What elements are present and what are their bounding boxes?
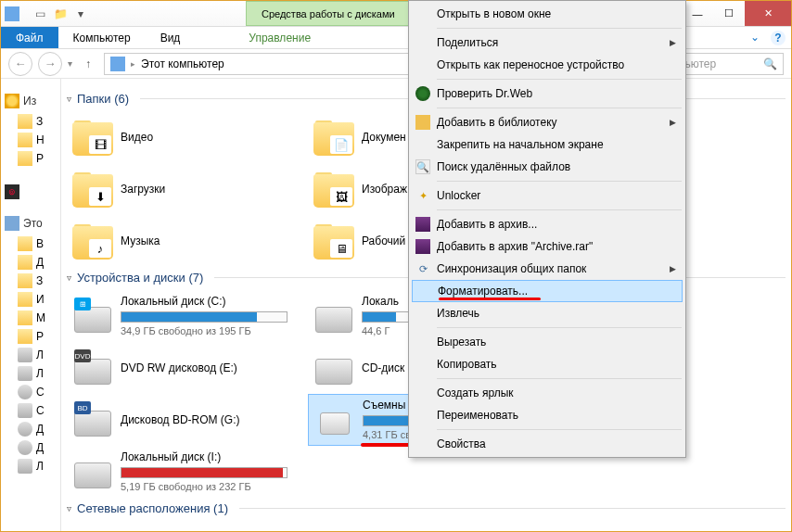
windows-icon: ⊞ — [74, 298, 91, 310]
app-icon — [5, 6, 19, 21]
desktop-icon: 🖥 — [330, 239, 352, 258]
annotation-underline — [439, 298, 541, 300]
submenu-arrow-icon: ▶ — [670, 264, 676, 273]
context-menu-item[interactable]: ⟳Синхронизация общих папок▶ — [411, 258, 683, 280]
up-button[interactable]: ↑ — [78, 54, 98, 74]
sidebar-item[interactable]: З — [5, 112, 57, 131]
maximize-button[interactable]: ☐ — [713, 1, 745, 26]
sidebar-item[interactable]: Д — [5, 253, 57, 272]
context-menu-item[interactable]: Закрепить на начальном экране — [411, 133, 683, 156]
context-menu-item[interactable]: ✦Unlocker — [411, 184, 683, 207]
tab-view[interactable]: Вид — [146, 27, 196, 48]
folder-tile[interactable]: ♪Музыка — [67, 215, 308, 267]
sidebar-item[interactable]: Д — [5, 438, 57, 457]
sidebar-item[interactable]: В — [5, 234, 57, 253]
context-menu-item[interactable]: Создать ярлык — [411, 382, 683, 404]
sidebar-item[interactable]: М — [5, 309, 57, 327]
context-menu-item[interactable]: Вырезать — [411, 331, 683, 353]
ribbon-expand-icon[interactable]: ⌄ — [745, 27, 765, 48]
pc-icon — [110, 57, 125, 71]
qat-newfolder-icon[interactable]: 📁 — [51, 5, 70, 23]
qat-properties-icon[interactable]: ▭ — [31, 5, 49, 23]
thispc-icon — [5, 216, 19, 231]
lib-icon — [415, 115, 430, 130]
sidebar-item[interactable]: И — [5, 290, 57, 309]
sidebar: Из З Н Р ⊚ Это В Д З И М Р Л Л C С Д — [1, 79, 61, 531]
sidebar-item[interactable]: С — [5, 401, 57, 420]
sidebar-item[interactable]: Л — [5, 346, 57, 364]
sidebar-item[interactable]: Р — [5, 327, 57, 346]
close-button[interactable]: ✕ — [745, 1, 791, 26]
context-menu-item[interactable]: 🔍Поиск удалённых файлов — [411, 156, 683, 178]
unl-icon: ✦ — [415, 188, 430, 203]
sidebar-item[interactable]: Л — [5, 364, 57, 383]
context-menu-item[interactable]: Проверить Dr.Web — [411, 82, 683, 105]
context-menu-item[interactable]: Форматировать... — [412, 280, 683, 302]
drive-tile[interactable]: DVD DVD RW дисковод (E:) — [67, 342, 308, 394]
tab-file[interactable]: Файл — [1, 27, 58, 48]
group-header-network[interactable]: ▿Сетевые расположения (1) — [67, 501, 786, 515]
context-menu: Открыть в новом окнеПоделиться▶Открыть к… — [408, 0, 686, 458]
sidebar-item[interactable]: C — [5, 383, 57, 401]
folder-tile[interactable]: 🎞Видео — [67, 111, 308, 163]
submenu-arrow-icon: ▶ — [670, 118, 676, 127]
folder-tile[interactable]: ⬇Загрузки — [67, 163, 308, 215]
context-menu-item[interactable]: Переименовать — [411, 404, 683, 426]
cc-icon: ⊚ — [5, 184, 19, 199]
sidebar-item[interactable]: Н — [5, 131, 57, 149]
sidebar-item[interactable]: Р — [5, 149, 57, 168]
sidebar-item[interactable]: Д — [5, 420, 57, 438]
sidebar-item[interactable]: Л — [5, 457, 57, 475]
favorites-icon — [5, 94, 19, 108]
context-menu-item[interactable]: Извлечь — [411, 302, 683, 324]
history-dropdown-icon[interactable]: ▾ — [68, 58, 72, 69]
search-icon: 🔍 — [763, 57, 777, 70]
drive-tile[interactable]: Локальный диск (I:)5,19 ГБ свободно из 2… — [67, 446, 308, 498]
search-input[interactable]: пьютер 🔍 — [672, 53, 784, 75]
minimize-button[interactable]: — — [682, 1, 713, 26]
drive-tile[interactable]: BD Дисковод BD-ROM (G:) — [67, 394, 308, 446]
forward-button[interactable]: → — [38, 52, 62, 76]
sd-icon — [320, 412, 350, 435]
bd-badge-icon: BD — [74, 401, 91, 414]
contextual-tab-label: Средства работы с дисками — [246, 1, 411, 26]
dvd-badge-icon: DVD — [74, 349, 91, 362]
context-menu-item[interactable]: Добавить в архив... — [411, 213, 683, 235]
image-icon: 🖼 — [330, 187, 352, 206]
sync-icon: ⟳ — [415, 261, 430, 276]
back-button[interactable]: ← — [8, 52, 32, 76]
film-icon: 🎞 — [89, 135, 111, 154]
search-icon: 🔍 — [415, 159, 430, 174]
music-icon: ♪ — [89, 239, 111, 258]
context-menu-item[interactable]: Копировать — [411, 353, 683, 375]
submenu-arrow-icon: ▶ — [670, 38, 676, 47]
context-menu-item[interactable]: Поделиться▶ — [411, 32, 683, 54]
context-menu-item[interactable]: Добавить в архив "Archive.rar" — [411, 235, 683, 258]
context-menu-item[interactable]: Открыть в новом окне — [411, 3, 683, 25]
download-icon: ⬇ — [89, 187, 111, 206]
drive-tile[interactable]: ⊞ Локальный диск (C:)34,9 ГБ свободно из… — [67, 290, 308, 342]
dw-icon — [415, 86, 430, 101]
tab-computer[interactable]: Компьютер — [58, 27, 146, 48]
context-menu-item[interactable]: Добавить в библиотеку▶ — [411, 111, 683, 133]
help-icon[interactable]: ? — [771, 31, 786, 45]
doc-icon: 📄 — [330, 135, 352, 154]
sidebar-item[interactable]: З — [5, 272, 57, 290]
context-menu-item[interactable]: Свойства — [411, 433, 683, 455]
rar-icon — [415, 217, 430, 232]
tab-manage[interactable]: Управление — [234, 27, 326, 48]
qat-dropdown-icon[interactable]: ▾ — [71, 5, 90, 23]
context-menu-item[interactable]: Открыть как переносное устройство — [411, 54, 683, 76]
rar-icon — [415, 239, 430, 254]
breadcrumb-location: Этот компьютер — [141, 57, 224, 70]
